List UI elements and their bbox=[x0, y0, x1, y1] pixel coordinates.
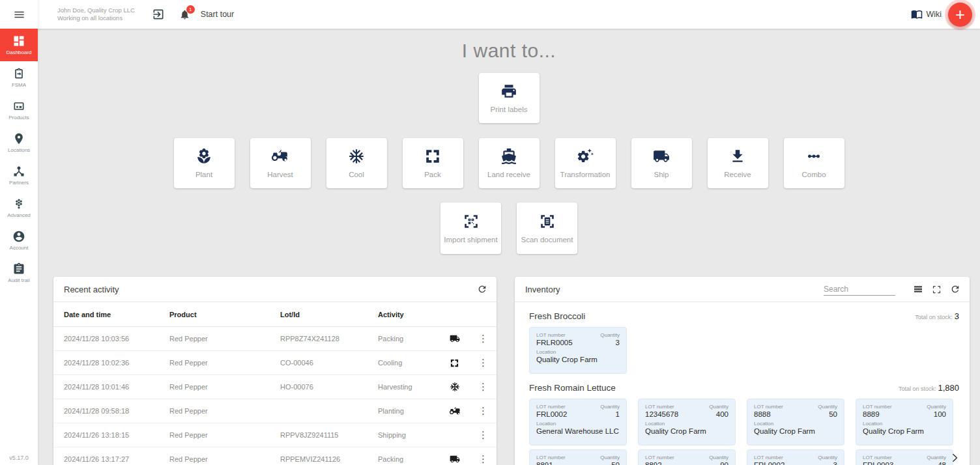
truck-icon[interactable] bbox=[450, 454, 476, 464]
inventory-lot-card[interactable]: LOT number Quantity FRL0003 48 Location bbox=[856, 449, 953, 465]
sidebar-item-locations[interactable]: Locations bbox=[0, 126, 38, 159]
location-label: Location bbox=[863, 421, 946, 427]
hub-icon bbox=[12, 165, 25, 178]
document-scan-icon bbox=[539, 213, 556, 230]
tractor-icon[interactable] bbox=[450, 406, 476, 417]
inventory-lot-card[interactable]: LOT number Quantity 8888 50 Location Qua… bbox=[747, 399, 844, 445]
expand-icon[interactable] bbox=[932, 285, 942, 294]
sidebar-item-dashboard[interactable]: Dashboard bbox=[0, 29, 38, 61]
menu-icon[interactable] bbox=[0, 0, 38, 29]
page-title: I want to... bbox=[38, 40, 980, 62]
sidebar-item-label: Dashboard bbox=[6, 49, 31, 55]
inventory-lot-card[interactable]: LOT number Quantity FRLR0005 3 Location … bbox=[529, 327, 627, 374]
notifications-bell-icon[interactable]: 1 bbox=[179, 9, 190, 20]
lot-number-value: 8892 bbox=[645, 461, 662, 465]
activity-datetime: 2024/11/28 10:01:46 bbox=[64, 383, 169, 391]
clipboard-list-icon bbox=[12, 262, 25, 275]
activity-name: Shipping bbox=[378, 431, 450, 439]
next-page-chevron-icon[interactable] bbox=[948, 451, 961, 464]
list-view-icon[interactable] bbox=[913, 284, 923, 294]
quantity-value: 400 bbox=[716, 410, 728, 418]
quantity-label: Quantity bbox=[600, 332, 620, 338]
action-plant[interactable]: Plant bbox=[174, 138, 235, 188]
sidebar-item-partners[interactable]: Partners bbox=[0, 159, 38, 191]
row-menu-icon[interactable]: ⋮ bbox=[476, 381, 491, 393]
app-version: v5.17.0 bbox=[0, 455, 38, 461]
activity-lot: RPPV8JZ9241115 bbox=[280, 431, 378, 439]
action-scan-document[interactable]: Scan document bbox=[517, 203, 577, 254]
main-content: I want to... Print labels Plant Harvest bbox=[38, 29, 980, 465]
printer-icon bbox=[500, 83, 517, 100]
truck-icon[interactable] bbox=[450, 333, 476, 344]
sidebar-item-label: Products bbox=[8, 115, 29, 120]
sidebar-item-label: Audit trail bbox=[8, 277, 29, 283]
sidebar-item-audit-trail[interactable]: Audit trail bbox=[0, 257, 38, 289]
action-ship[interactable]: Ship bbox=[631, 138, 692, 188]
activity-lot: CO-00046 bbox=[280, 359, 378, 367]
table-row[interactable]: 2024/11/26 13:17:27 Red Pepper RPPEMVIZ2… bbox=[53, 447, 497, 465]
inventory-lot-card[interactable]: LOT number Quantity 12345678 400 Locatio… bbox=[638, 399, 736, 445]
quantity-value: 48 bbox=[938, 461, 946, 465]
action-pack[interactable]: Pack bbox=[403, 138, 463, 188]
table-row[interactable]: 2024/11/28 10:03:56 Red Pepper RPP8Z74X2… bbox=[53, 327, 497, 351]
table-row[interactable]: 2024/11/28 10:02:36 Red Pepper CO-00046 … bbox=[53, 351, 497, 375]
sidebar-item-advanced[interactable]: Advanced bbox=[0, 191, 38, 224]
exit-to-app-icon[interactable] bbox=[152, 8, 165, 21]
row-menu-icon[interactable]: ⋮ bbox=[476, 357, 491, 369]
snowflake-icon[interactable] bbox=[450, 382, 476, 392]
lot-number-value: FRL0002 bbox=[536, 410, 567, 418]
location-value: Quality Crop Farm bbox=[645, 427, 728, 435]
inventory-lot-card[interactable]: LOT number Quantity 8892 90 Location bbox=[638, 449, 736, 465]
action-harvest[interactable]: Harvest bbox=[250, 138, 311, 188]
refresh-icon[interactable] bbox=[950, 284, 960, 294]
row-menu-icon[interactable]: ⋮ bbox=[476, 333, 491, 345]
refresh-icon[interactable] bbox=[477, 284, 487, 294]
wiki-button[interactable]: Wiki bbox=[911, 8, 942, 20]
sidebar: Dashboard FSMA Products Locations Partne… bbox=[0, 0, 38, 465]
lot-number-value: FRLR0005 bbox=[536, 339, 573, 346]
sidebar-item-products[interactable]: Products bbox=[0, 94, 38, 126]
row-menu-icon[interactable]: ⋮ bbox=[476, 405, 491, 417]
quantity-label: Quantity bbox=[709, 404, 728, 410]
lot-number-label: LOT number bbox=[536, 404, 566, 410]
add-button[interactable]: + bbox=[948, 3, 972, 27]
action-receive[interactable]: Receive bbox=[708, 138, 768, 188]
search-input[interactable] bbox=[824, 283, 895, 296]
activity-product: Red Pepper bbox=[169, 335, 280, 343]
lot-number-label: LOT number bbox=[754, 455, 783, 460]
action-combo[interactable]: Combo bbox=[784, 138, 844, 188]
quantity-value: 50 bbox=[829, 410, 837, 418]
quantity-value: 1 bbox=[616, 410, 620, 418]
pack-icon[interactable] bbox=[450, 358, 476, 368]
table-row[interactable]: 2024/11/26 13:18:15 Red Pepper RPPV8JZ92… bbox=[53, 423, 497, 447]
sidebar-item-account[interactable]: Account bbox=[0, 224, 38, 257]
action-print-labels[interactable]: Print labels bbox=[479, 73, 540, 123]
user-info: John Doe, Quality Crop LLC Working on al… bbox=[57, 7, 135, 22]
start-tour-button[interactable]: Start tour bbox=[201, 10, 234, 19]
row-menu-icon[interactable]: ⋮ bbox=[476, 453, 491, 465]
table-row[interactable]: 2024/11/28 09:58:18 Red Pepper Planting … bbox=[53, 399, 497, 423]
topbar: John Doe, Quality Crop LLC Working on al… bbox=[0, 0, 980, 29]
action-cool[interactable]: Cool bbox=[326, 138, 387, 188]
inventory-group-name: Fresh Romain Lettuce bbox=[529, 383, 616, 393]
action-land-receive[interactable]: Land receive bbox=[479, 138, 540, 188]
activity-datetime: 2024/11/26 13:18:15 bbox=[64, 431, 169, 439]
inventory-lot-card[interactable]: LOT number Quantity FRL0002 3 Location bbox=[747, 449, 844, 465]
lot-number-label: LOT number bbox=[863, 404, 892, 410]
activity-datetime: 2024/11/26 13:17:27 bbox=[64, 455, 169, 463]
action-import-shipment[interactable]: Import shipment bbox=[440, 203, 501, 254]
action-transformation[interactable]: Transformation bbox=[555, 138, 616, 188]
lot-number-label: LOT number bbox=[863, 455, 892, 460]
table-row[interactable]: 2024/11/28 10:01:46 Red Pepper HO-00076 … bbox=[53, 375, 497, 399]
inventory-lot-card[interactable]: LOT number Quantity FRL0002 1 Location G… bbox=[529, 399, 627, 445]
activity-datetime: 2024/11/28 10:03:56 bbox=[64, 335, 169, 343]
activity-table-header: Date and time Product Lot/Id Activity bbox=[53, 302, 497, 327]
location-value: Quality Crop Farm bbox=[536, 356, 620, 363]
sidebar-item-fsma[interactable]: FSMA bbox=[0, 61, 38, 94]
row-menu-icon[interactable]: ⋮ bbox=[476, 429, 491, 441]
activity-lot: HO-00076 bbox=[280, 383, 378, 391]
inventory-lot-card[interactable]: LOT number Quantity 8891 50 Location bbox=[529, 449, 627, 465]
activity-datetime: 2024/11/28 09:58:18 bbox=[64, 407, 169, 415]
inventory-lot-list: LOT number Quantity FRLR0005 3 Location … bbox=[515, 327, 970, 374]
inventory-lot-card[interactable]: LOT number Quantity 8889 100 Location Qu… bbox=[856, 399, 953, 445]
